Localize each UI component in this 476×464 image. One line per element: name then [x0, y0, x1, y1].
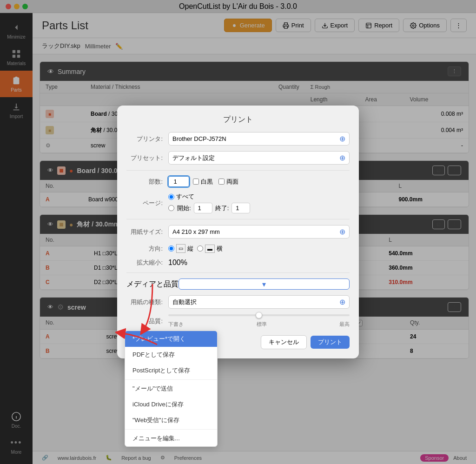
preset-control: デフォルト設定 ⊕ — [168, 151, 350, 165]
printer-value: Brother DCP-J572N — [172, 135, 226, 142]
paper-type-control: 自動選択 ⊕ — [168, 295, 350, 309]
pdf-dropdown-menu: *プレビュー*で開く PDFとして保存 PostScriptとして保存 "メール… — [125, 331, 218, 447]
bw-option[interactable]: 白黒 — [193, 178, 213, 186]
quality-mid-label: 標準 — [257, 321, 267, 328]
dropdown-divider-2 — [125, 429, 217, 430]
paper-type-select[interactable]: 自動選択 ⊕ — [168, 295, 350, 309]
dialog-title: プリント — [126, 115, 350, 125]
bw-checkbox[interactable] — [193, 179, 199, 185]
modal-wrapper: プリント プリンタ: Brother DCP-J572N ⊕ プリセット: デフ… — [117, 106, 359, 358]
dropdown-item-edit[interactable]: メニューを編集... — [125, 431, 217, 446]
paper-size-value: A4 210 x 297 mm — [172, 228, 220, 235]
divider-3 — [126, 272, 350, 273]
paper-size-arrow: ⊕ — [339, 227, 345, 236]
pages-range-radio[interactable] — [168, 205, 174, 211]
copies-label: 部数: — [126, 178, 168, 186]
page-range: 開始: 終了: — [168, 203, 250, 213]
portrait-option[interactable]: ▭ 縦 — [168, 244, 193, 253]
quality-label: 品質: — [126, 317, 168, 325]
scale-row: 拡大縮小: 100% — [126, 259, 350, 267]
from-label: 開始: — [177, 204, 191, 212]
printer-select[interactable]: Brother DCP-J572N ⊕ — [168, 132, 350, 146]
orientation-row: 方向: ▭ 縦 ▬ 横 — [126, 244, 350, 253]
to-input[interactable] — [231, 203, 250, 213]
orientation-label: 方向: — [126, 245, 168, 253]
printer-row: プリンタ: Brother DCP-J572N ⊕ — [126, 132, 350, 146]
quality-slider[interactable] — [168, 314, 350, 316]
to-label: 終了: — [215, 204, 229, 212]
landscape-option[interactable]: ▬ 横 — [197, 245, 223, 253]
dropdown-item-mail[interactable]: "メール"で送信 — [125, 381, 217, 397]
paper-size-label: 用紙サイズ: — [126, 228, 168, 236]
copies-options: 白黒 両面 — [193, 178, 238, 186]
print-dialog: プリント プリンタ: Brother DCP-J572N ⊕ プリセット: デフ… — [117, 106, 359, 358]
printer-control: Brother DCP-J572N ⊕ — [168, 132, 350, 146]
dropdown-item-save-pdf[interactable]: PDFとして保存 — [125, 347, 217, 363]
duplex-checkbox[interactable] — [218, 179, 225, 185]
pages-all-radio[interactable] — [168, 194, 174, 200]
paper-type-label: 用紙の種類: — [126, 298, 168, 306]
dropdown-item-web[interactable]: "Web受信"に保存 — [125, 412, 217, 428]
copies-row: 部数: 白黒 両面 — [126, 176, 350, 187]
quality-low-label: 下書き — [168, 321, 184, 328]
footer-right: キャンセル プリント — [261, 335, 350, 349]
printer-arrow: ⊕ — [339, 134, 345, 143]
duplex-option[interactable]: 両面 — [218, 178, 238, 186]
preset-row: プリセット: デフォルト設定 ⊕ — [126, 151, 350, 165]
orientation-control: ▭ 縦 ▬ 横 — [168, 244, 350, 253]
preset-select[interactable]: デフォルト設定 ⊕ — [168, 151, 350, 165]
landscape-radio[interactable] — [197, 245, 203, 252]
pages-row: ページ: すべて 開始: 終了: — [126, 192, 350, 213]
modal-overlay: プリント プリンタ: Brother DCP-J572N ⊕ プリセット: デフ… — [0, 0, 476, 464]
quality-control: 下書き 標準 最高 — [168, 314, 350, 328]
pages-label: ページ: — [126, 199, 168, 207]
divider-2 — [126, 219, 350, 219]
printer-label: プリンタ: — [126, 135, 168, 143]
dropdown-divider — [125, 379, 217, 380]
scale-value: 100% — [168, 259, 187, 267]
paper-size-select[interactable]: A4 210 x 297 mm ⊕ — [168, 225, 350, 239]
portrait-radio[interactable] — [168, 245, 174, 252]
print-confirm-button[interactable]: プリント — [311, 336, 350, 349]
paper-size-control: A4 210 x 297 mm ⊕ — [168, 225, 350, 239]
scale-control: 100% — [168, 259, 350, 267]
pages-control: すべて 開始: 終了: — [168, 192, 350, 213]
from-input[interactable] — [194, 203, 212, 213]
preset-arrow: ⊕ — [339, 153, 345, 162]
paper-type-value: 自動選択 — [172, 298, 197, 306]
preset-value: デフォルト設定 — [172, 154, 215, 162]
copies-control: 白黒 両面 — [168, 176, 350, 187]
pages-all-option[interactable]: すべて — [168, 192, 194, 201]
quality-row: 品質: 下書き 標準 最高 — [126, 314, 350, 328]
paper-type-row: 用紙の種類: 自動選択 ⊕ — [126, 295, 350, 309]
quality-high-label: 最高 — [339, 321, 350, 328]
paper-size-row: 用紙サイズ: A4 210 x 297 mm ⊕ — [126, 225, 350, 239]
divider-1 — [126, 170, 350, 171]
preset-label: プリセット: — [126, 154, 168, 162]
dropdown-item-postscript[interactable]: PostScriptとして保存 — [125, 363, 217, 378]
pages-from-option[interactable] — [168, 205, 174, 211]
quality-labels: 下書き 標準 最高 — [168, 321, 350, 328]
media-quality-toggle[interactable]: ▾ — [178, 278, 350, 290]
dropdown-item-preview[interactable]: *プレビュー*で開く — [125, 331, 217, 347]
paper-type-arrow: ⊕ — [339, 298, 345, 306]
media-quality-header: メディアと品質 ▾ — [126, 278, 350, 290]
scale-label: 拡大縮小: — [126, 259, 168, 267]
dropdown-item-icloud[interactable]: iCloud Driveに保存 — [125, 397, 217, 412]
copies-input[interactable] — [168, 176, 189, 187]
media-quality-header-row: メディアと品質 ▾ — [126, 278, 350, 290]
chevron-down-icon: ▾ — [262, 280, 266, 289]
cancel-button[interactable]: キャンセル — [261, 335, 307, 349]
media-quality-label: メディアと品質 — [126, 279, 178, 289]
